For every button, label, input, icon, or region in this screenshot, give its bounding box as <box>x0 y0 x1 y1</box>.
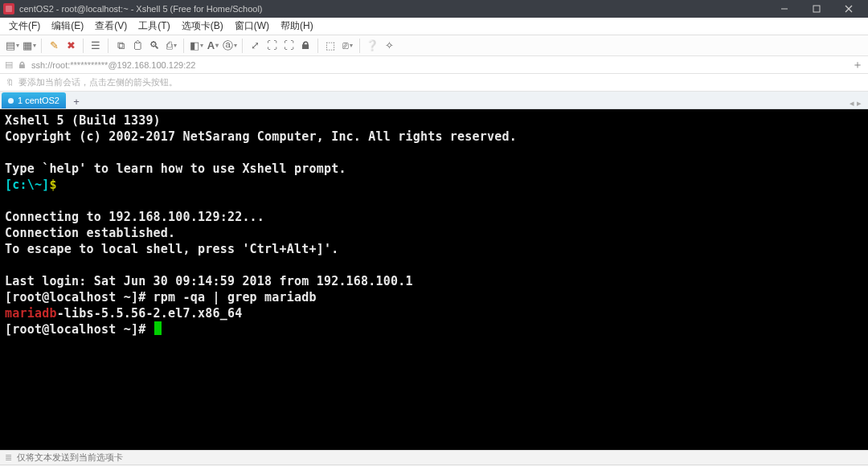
term-line: Last login: Sat Jun 30 09:14:59 2018 fro… <box>5 274 413 288</box>
grep-rest: -libs-5.5.56-2.el7.x86_64 <box>57 306 243 321</box>
script-icon[interactable]: ⎚▾ <box>340 39 354 53</box>
about-icon[interactable]: ✧ <box>382 39 396 53</box>
reconnect-icon[interactable]: ✎ <box>47 39 61 53</box>
address-bar: ▤ 🔒︎ ssh://root:***********@192.168.100.… <box>0 56 868 74</box>
separator <box>83 39 84 53</box>
separator <box>108 39 108 53</box>
tab-nav-arrows[interactable]: ◂ ▸ <box>845 98 866 108</box>
prompt-path: [c:\~] <box>5 178 49 192</box>
open-session-icon[interactable]: ▦▾ <box>22 39 36 53</box>
minimize-button[interactable] <box>768 0 800 18</box>
menu-help[interactable]: 帮助(H) <box>275 19 319 33</box>
clear-screen-icon[interactable]: ⛶ <box>264 39 279 53</box>
lock-scroll-icon[interactable]: ⤢ <box>248 39 262 53</box>
properties-icon[interactable]: ☰ <box>88 39 103 53</box>
app-icon <box>3 3 14 14</box>
toolbar: ▤▾ ▦▾ ✎ ✖ ☰ ⧉ 📋︎ 🔍︎ ⎙▾ ◧▾ A▾ ⓐ▾ ⤢ ⛶ ⛶ 🔒︎… <box>0 35 868 56</box>
term-line: Connection established. <box>5 226 175 240</box>
separator <box>242 39 243 53</box>
hint-bar: 🔖︎ 要添加当前会话，点击左侧的箭头按钮。 <box>0 74 868 92</box>
fullscreen-icon[interactable]: ⛶ <box>281 39 296 53</box>
menu-edit[interactable]: 编辑(E) <box>46 19 89 33</box>
add-session-button[interactable]: ＋ <box>852 58 863 72</box>
separator <box>359 39 360 53</box>
tab-status-icon <box>8 98 14 104</box>
term-line: To escape to local shell, press 'Ctrl+Al… <box>5 242 338 256</box>
tab-strip: 1 centOS2 + ◂ ▸ <box>0 92 868 109</box>
paste-icon[interactable]: 📋︎ <box>130 39 145 53</box>
window-title: centOS2 - root@localhost:~ - Xshell 5 (F… <box>19 4 768 14</box>
copy-icon[interactable]: ⧉ <box>113 39 128 53</box>
hint-text: 要添加当前会话，点击左侧的箭头按钮。 <box>18 76 178 88</box>
menu-view[interactable]: 查看(V) <box>89 19 133 33</box>
lock-icon: 🔒︎ <box>18 60 27 70</box>
grep-match: mariadb <box>5 306 57 321</box>
separator <box>41 39 42 53</box>
prompt-dollar: $ <box>49 178 56 192</box>
term-line: Connecting to 192.168.100.129:22... <box>5 210 264 224</box>
prompt-line: [root@localhost ~]# <box>5 322 154 337</box>
disconnect-icon[interactable]: ✖ <box>63 39 78 53</box>
encoding-icon[interactable]: ⓐ▾ <box>223 39 237 53</box>
new-session-icon[interactable]: ▤▾ <box>5 39 19 53</box>
separator <box>317 39 318 53</box>
find-icon[interactable]: 🔍︎ <box>147 39 162 53</box>
lock-icon[interactable]: 🔒︎ <box>298 39 313 53</box>
print-icon[interactable]: ⎙▾ <box>164 39 178 53</box>
tab-label: 1 centOS2 <box>18 96 59 105</box>
terminal-view[interactable]: Xshell 5 (Build 1339) Copyright (c) 2002… <box>0 109 868 450</box>
protocol-lock-icon: ▤ <box>5 59 13 70</box>
close-button[interactable] <box>833 0 865 18</box>
color-scheme-icon[interactable]: ◧▾ <box>189 39 203 53</box>
session-url[interactable]: ssh://root:***********@192.168.100.129:2… <box>31 60 195 70</box>
menu-file[interactable]: 文件(F) <box>3 19 46 33</box>
terminal-cursor <box>154 321 162 335</box>
send-mode-bar: ≣ 仅将文本发送到当前选项卡 <box>0 450 868 464</box>
font-icon[interactable]: A▾ <box>206 39 220 53</box>
term-line: [root@localhost ~]# rpm -qa | grep maria… <box>5 290 317 305</box>
menu-tools[interactable]: 工具(T) <box>133 19 175 33</box>
maximize-button[interactable] <box>800 0 833 18</box>
transfer-icon[interactable]: ⬚ <box>323 39 338 53</box>
send-mode-icon[interactable]: ≣ <box>5 452 12 463</box>
menu-bar: 文件(F) 编辑(E) 查看(V) 工具(T) 选项卡(B) 窗口(W) 帮助(… <box>0 18 868 35</box>
session-tab[interactable]: 1 centOS2 <box>2 92 66 108</box>
separator <box>183 39 184 53</box>
term-line: Xshell 5 (Build 1339) <box>5 113 161 128</box>
add-tab-button[interactable]: + <box>69 94 84 108</box>
term-line: Copyright (c) 2002-2017 NetSarang Comput… <box>5 129 517 144</box>
help-icon[interactable]: ❔ <box>365 39 379 53</box>
send-mode-text: 仅将文本发送到当前选项卡 <box>17 452 123 464</box>
svg-rect-1 <box>813 6 820 12</box>
menu-tab[interactable]: 选项卡(B) <box>176 19 229 33</box>
menu-window[interactable]: 窗口(W) <box>229 19 275 33</box>
term-line: Type `help' to learn how to use Xshell p… <box>5 161 346 176</box>
window-titlebar: centOS2 - root@localhost:~ - Xshell 5 (F… <box>0 0 868 18</box>
bookmark-icon[interactable]: 🔖︎ <box>5 78 14 88</box>
